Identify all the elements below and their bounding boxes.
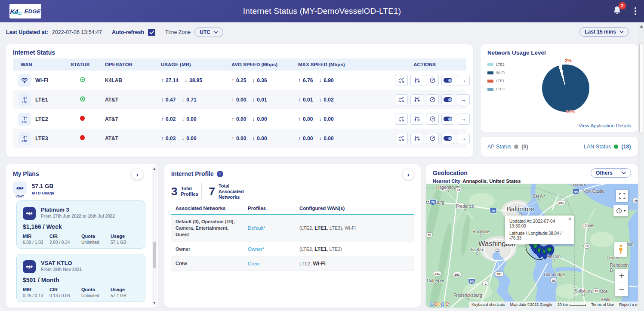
route-shield: 15 xyxy=(455,187,462,192)
terms-of-use-link[interactable]: Terms of Use xyxy=(589,302,616,307)
associated-networks: Crew xyxy=(171,256,243,271)
map-city-label: New Castle xyxy=(582,189,604,194)
limits-button[interactable] xyxy=(410,94,423,105)
ap-count: (0) xyxy=(521,144,528,150)
usage-pie-chart[interactable] xyxy=(542,65,589,112)
internet-profile-expand-button[interactable]: › xyxy=(403,169,414,180)
keyboard-shortcuts-link[interactable]: Keyboard shortcuts xyxy=(469,302,508,307)
wan-enable-toggle[interactable] xyxy=(441,133,454,144)
time-zone-label: Time Zone xyxy=(165,29,191,35)
wan-enable-toggle[interactable] xyxy=(441,94,454,105)
col-avg-speed: AVG SPEED (Mbps) xyxy=(225,62,292,67)
arrow-right-icon: → xyxy=(461,135,466,142)
toggle-on-icon xyxy=(444,97,452,102)
geolocation-title: Geolocation xyxy=(433,169,468,176)
info-icon[interactable]: i xyxy=(217,171,223,177)
arrow-right-icon: → xyxy=(461,96,466,103)
statistics-button[interactable] xyxy=(395,133,408,144)
download-arrow-icon: ↓ xyxy=(319,77,321,83)
download-arrow-icon: ↓ xyxy=(252,97,255,103)
wan-enable-toggle[interactable] xyxy=(441,114,454,125)
lan-status-dot xyxy=(614,145,618,149)
speedtest-button[interactable] xyxy=(426,75,439,86)
wan-enable-toggle[interactable] xyxy=(441,75,454,86)
lte-icon: LTE xyxy=(18,93,31,106)
satellite-icon xyxy=(23,207,36,220)
total-networks-count: 7 xyxy=(209,185,215,198)
profile-link[interactable]: Default* xyxy=(243,222,295,234)
pegman-streetview-control[interactable] xyxy=(614,242,627,257)
notifications-button[interactable]: 2 xyxy=(613,6,622,17)
legend-item: LTE1 xyxy=(487,79,505,83)
my-plans-expand-button[interactable]: › xyxy=(132,169,143,180)
limits-button[interactable] xyxy=(410,133,423,144)
close-icon[interactable]: ✕ xyxy=(568,216,572,222)
upload-arrow-icon: ↑ xyxy=(298,77,301,83)
report-map-error-link[interactable]: Report a map error xyxy=(616,302,638,307)
time-zone-select[interactable]: UTC xyxy=(194,28,223,37)
speedtest-button[interactable] xyxy=(426,94,439,105)
chevron-down-icon xyxy=(622,172,626,174)
legend-swatch xyxy=(487,80,493,83)
auto-refresh-checkbox[interactable] xyxy=(148,29,155,36)
speedtest-button[interactable] xyxy=(426,114,439,125)
scrollbar-thumb[interactable] xyxy=(639,43,643,133)
col-configured-wans: Configured WAN(s) xyxy=(295,206,414,211)
my-plans-scrollbar[interactable] xyxy=(152,166,157,306)
divider xyxy=(553,140,553,153)
dashboard: K4 EDGE Internet Status (MY-DemoVesselOD… xyxy=(0,0,644,311)
plan-card-vsat-ktlo[interactable]: VSAT KTLO From 19th Nov 2021 $501 / Mont… xyxy=(16,254,145,302)
gauge-icon xyxy=(429,96,436,103)
history-timeline-button[interactable] xyxy=(613,205,628,216)
more-menu-kebab-icon[interactable] xyxy=(633,6,638,17)
route-shield: 50 xyxy=(550,278,557,283)
profile-link[interactable]: Owner* xyxy=(243,243,295,256)
wan-detail-button[interactable]: → xyxy=(457,114,470,125)
zoom-out-button[interactable]: − xyxy=(615,283,628,296)
statistics-button[interactable] xyxy=(395,75,408,86)
profile-link[interactable]: Crew xyxy=(243,257,295,270)
gauge-icon xyxy=(429,116,436,122)
table-header: WAN STATUS OPERATOR USAGE (MB) AVG SPEED… xyxy=(13,59,466,71)
statistics-button[interactable] xyxy=(395,94,408,105)
nearest-city-label: Nearest City xyxy=(433,179,460,184)
pegman-icon xyxy=(618,244,624,255)
statistics-button[interactable] xyxy=(395,114,408,125)
time-range-select[interactable]: Last 15 mins xyxy=(579,27,629,37)
map-city-label: Fredericksburg xyxy=(453,293,482,300)
limits-button[interactable] xyxy=(410,75,423,86)
profile-row: Crew Crew LTE2, Wi-Fi xyxy=(171,256,414,271)
page-scrollbar[interactable] xyxy=(638,22,644,311)
status-dot xyxy=(80,96,85,102)
legend-swatch xyxy=(487,71,493,74)
lan-count-link[interactable]: (18) xyxy=(621,144,631,150)
scroll-up-arrow-icon[interactable] xyxy=(640,25,643,28)
chevron-down-icon xyxy=(619,31,624,33)
col-operator: OPERATOR xyxy=(99,62,155,67)
speedtest-button[interactable] xyxy=(426,133,439,144)
auto-refresh-label: Auto-refresh xyxy=(112,29,144,35)
ap-status-link[interactable]: AP Status xyxy=(487,144,511,150)
scroll-down-arrow-icon xyxy=(153,302,156,304)
plan-card-platinum3[interactable]: Platinum 3 From 17th Jun 2022 to 16th Ju… xyxy=(16,200,145,249)
wan-detail-button[interactable]: → xyxy=(457,133,470,144)
interstate-shield: 70 xyxy=(429,199,437,205)
google-map[interactable]: Hagerstown Martinsburg Frederick Baltimo… xyxy=(426,184,638,308)
fullscreen-button[interactable] xyxy=(616,190,628,202)
status-dot xyxy=(80,116,85,121)
view-application-details-link[interactable]: View Application Details xyxy=(579,123,631,128)
chevron-down-icon xyxy=(214,31,218,34)
geolocation-filter-select[interactable]: Others xyxy=(591,168,631,178)
internet-profile-card: Internet Profilei › 3 Total Profiles 7 T… xyxy=(164,164,421,308)
notification-badge: 2 xyxy=(619,2,626,9)
map-city-label: Bel Air xyxy=(533,194,545,201)
zoom-in-button[interactable]: + xyxy=(615,269,628,283)
limits-button[interactable] xyxy=(410,114,423,125)
wan-detail-button[interactable]: → xyxy=(457,75,470,86)
lan-status-link[interactable]: LAN Status xyxy=(584,144,611,150)
upload-arrow-icon: ↑ xyxy=(231,97,234,103)
legend-swatch xyxy=(487,63,493,66)
wan-detail-button[interactable]: → xyxy=(457,94,470,105)
download-arrow-icon: ↓ xyxy=(319,116,321,122)
internet-profile-title: Internet Profile xyxy=(171,170,214,177)
